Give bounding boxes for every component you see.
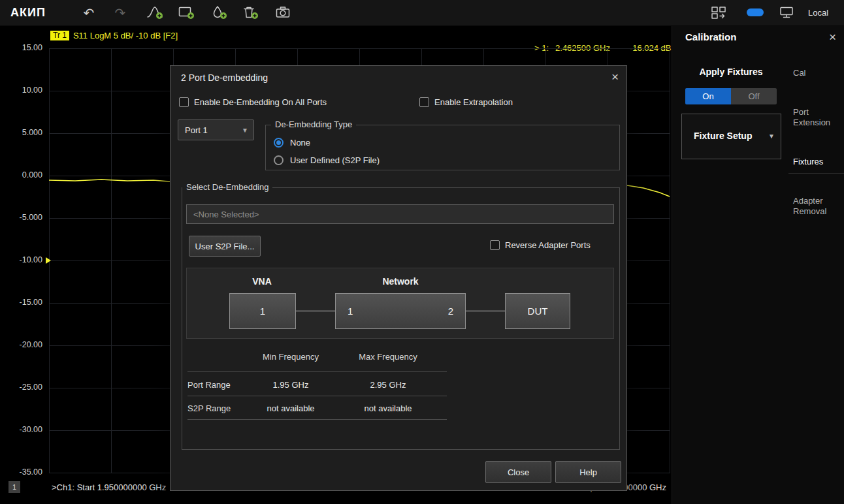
touch-indicator-button[interactable] [745,3,765,23]
camera-icon [275,5,291,22]
y-axis-label: -20.00 [3,340,42,349]
de-embedding-dialog: 2 Port De-embedding × Enable De-Embeddin… [170,65,627,491]
close-button[interactable]: Close [485,461,551,483]
port-select-value: Port 1 [185,125,208,135]
redo-icon: ↷ [115,7,126,20]
y-axis-label: -15.00 [3,298,42,307]
trace-badge[interactable]: Tr 1 [50,31,69,40]
y-axis-label: 10.00 [3,86,42,95]
add-trace-button[interactable] [209,3,229,23]
radio-none[interactable]: None [274,138,310,148]
network-port2-number: 2 [448,306,453,317]
redo-button[interactable]: ↷ [110,3,130,23]
system-monitor-icon [779,5,794,22]
radio-label: User Defined (S2P File) [290,155,380,165]
y-axis-label: -35.00 [3,467,42,477]
local-mode-label: Local [808,8,828,18]
trace-settings-label: S11 LogM 5 dB/ -10 dB [F2] [73,31,178,40]
file-path-input[interactable] [186,204,614,224]
group-label: De-Embedding Type [271,119,356,129]
table-row-label: S2P Range [187,403,231,413]
checkbox-label: Enable Extrapolation [434,97,513,107]
chevron-down-icon: ▼ [242,127,248,134]
y-axis-label: 5.000 [3,128,42,137]
dialog-title: 2 Port De-embedding [181,72,268,83]
select-de-embedding-group: Select De-Embedding User S2P File... Rev… [182,187,620,450]
undo-button[interactable]: ↶ [79,3,99,23]
network-label: Network [331,276,470,287]
channel-layout-button[interactable] [709,3,728,23]
trace-header: Tr 1 S11 LogM 5 dB/ -10 dB [F2] [50,31,178,40]
user-s2p-file-button[interactable]: User S2P File... [189,236,261,257]
checkbox-icon [490,240,500,250]
de-embedding-type-group: De-Embedding Type None User Defined (S2P… [265,125,620,170]
droplet-plus-icon [210,5,227,22]
connector-line [296,310,335,312]
panel-title: Calibration [685,31,736,42]
toggle-off-button[interactable]: Off [731,88,777,104]
group-label: Select De-Embedding [182,182,272,192]
add-window-button[interactable] [176,3,196,23]
y-axis-label: -25.00 [3,383,42,392]
touch-indicator-icon [746,7,764,20]
app-logo: АКИП [10,6,46,20]
checkbox-label: Reverse Adapter Ports [505,240,591,250]
table-header-max: Max Frequency [342,352,434,362]
system-display-button[interactable] [777,3,796,23]
tab-adapter-removal[interactable]: Adapter Removal [788,196,844,217]
delete-trace-button[interactable] [240,3,260,23]
window-plus-icon [178,5,195,22]
de-embedding-diagram: VNA Network 1 1 2 DUT [186,268,614,339]
table-header-min: Min Frequency [245,352,336,362]
tab-separator [788,173,844,174]
connector-line [466,310,505,312]
table-divider [187,419,447,420]
vna-port-number: 1 [260,306,265,317]
radio-user-defined[interactable]: User Defined (S2P File) [274,155,380,165]
toggle-on-button[interactable]: On [685,88,731,104]
checkbox-reverse-adapter-ports[interactable]: Reverse Adapter Ports [490,240,591,250]
dut-label: DUT [528,306,548,317]
checkbox-enable-all-ports[interactable]: Enable De-Embedding On All Ports [179,97,327,107]
checkbox-icon [179,97,189,107]
help-button[interactable]: Help [555,461,621,483]
marker-peak-plus-icon [146,5,163,22]
panel-close-button[interactable]: × [829,31,836,43]
add-marker-button[interactable] [145,3,165,23]
checkbox-enable-extrapolation[interactable]: Enable Extrapolation [419,97,513,107]
checkbox-label: Enable De-Embedding On All Ports [194,97,327,107]
table-cell-max: not available [342,403,434,413]
dut-box: DUT [505,293,570,329]
y-axis-label: -5.000 [3,213,42,222]
checkbox-icon [419,97,429,107]
fixture-setup-label: Fixture Setup [694,131,752,141]
apply-fixtures-label: Apply Fixtures [685,67,777,77]
channel-start-label: >Ch1: Start 1.950000000 GHz [52,482,166,492]
y-axis-label: -30.00 [3,425,42,434]
channel-layout-icon [710,5,727,22]
channel-number-badge[interactable]: 1 [8,481,20,493]
table-cell-max: 2.95 GHz [342,380,434,390]
fixture-setup-dropdown[interactable]: Fixture Setup ▼ [681,114,781,159]
table-divider [187,371,447,372]
radio-label: None [290,138,310,148]
vna-label: VNA [225,276,299,287]
radio-selected-icon [274,138,284,148]
application-window: АКИП ↶ ↷ [0,0,844,504]
calibration-panel: Calibration × Apply Fixtures On Off Fixt… [672,26,844,504]
y-axis-label: -10.00 [3,255,42,264]
screenshot-button[interactable] [273,3,293,23]
close-icon: × [829,30,836,44]
table-row-label: Port Range [187,380,231,390]
tab-port-extension[interactable]: Port Extension [788,107,844,128]
close-icon: × [611,70,619,84]
table-cell-min: not available [245,403,336,413]
tab-fixtures[interactable]: Fixtures [788,157,844,167]
network-box: 1 2 [335,293,466,329]
ref-level-marker-icon [46,257,51,264]
table-cell-min: 1.95 GHz [245,380,336,390]
port-select[interactable]: Port 1 ▼ [178,119,254,140]
dialog-close-button[interactable]: × [611,71,619,83]
y-axis-label: 0.000 [3,170,42,180]
tab-cal[interactable]: Cal [788,68,844,78]
